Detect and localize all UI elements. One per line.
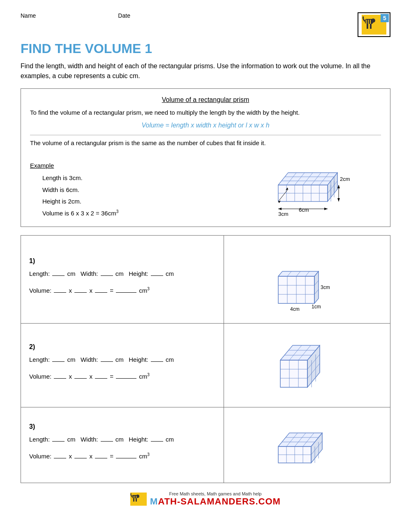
q3-v1 <box>54 458 66 458</box>
q1-width-blank <box>101 275 113 276</box>
q3-height-blank <box>151 441 163 442</box>
footer-manders: M <box>207 496 215 507</box>
q3-length-label: Length: <box>29 436 51 443</box>
svg-text:3cm: 3cm <box>321 285 330 290</box>
example-prism-svg: .cube-front { fill: #f8f8ff; stroke: #5b… <box>274 152 373 218</box>
question-2-left: 2) Length: cm Width: cm Height: cm Volum… <box>21 324 224 407</box>
question-2-right <box>224 324 390 407</box>
svg-rect-5 <box>366 20 367 24</box>
svg-text:3cm: 3cm <box>278 211 289 217</box>
footer-math: M <box>150 496 158 507</box>
svg-text:2cm: 2cm <box>340 176 350 182</box>
q2-v1 <box>54 378 66 379</box>
svg-marker-35 <box>337 185 340 188</box>
footer: Free Math sheets, Math games and Math he… <box>21 491 390 507</box>
q3-result <box>116 458 136 458</box>
svg-rect-7 <box>370 20 371 24</box>
footer-anders: ANDERS.COM <box>215 496 281 507</box>
svg-text:6cm: 6cm <box>299 207 309 213</box>
logo-box: 5 <box>358 12 390 37</box>
q1-width-label: Width: <box>81 270 100 277</box>
example-label: Example <box>30 162 118 169</box>
footer-ath: ATH-SALA <box>158 496 207 507</box>
svg-rect-102 <box>133 498 134 502</box>
svg-marker-40 <box>324 208 328 210</box>
q1-length-blank <box>52 275 65 276</box>
question-3-row: 3) Length: cm Width: cm Height: cm Volum… <box>21 407 390 483</box>
example-prism-container: .cube-front { fill: #f8f8ff; stroke: #5b… <box>274 152 373 219</box>
q3-length-blank <box>52 441 65 442</box>
example-prism: .cube-front { fill: #f8f8ff; stroke: #5b… <box>274 152 373 219</box>
q2-v2 <box>74 378 87 379</box>
q1-number: 1) <box>29 257 215 265</box>
q3-prism-svg <box>274 414 340 475</box>
q1-height-label: Height: <box>129 270 150 277</box>
q2-prism-container <box>274 330 340 401</box>
q3-prism-container <box>274 414 340 476</box>
q1-prism-container: .qcf { fill: #f8f8ff; stroke: #5b7fc7; s… <box>272 242 342 317</box>
q1-v1 <box>54 292 66 293</box>
q2-v3 <box>95 378 107 379</box>
svg-text:4cm: 4cm <box>290 306 300 312</box>
svg-rect-105 <box>133 496 134 498</box>
svg-rect-6 <box>368 20 369 24</box>
example-measurements: Length is 3cm. Width is 6cm. Height is 2… <box>42 172 118 219</box>
footer-logo: Free Math sheets, Math games and Math he… <box>21 491 390 507</box>
question-3-left: 3) Length: cm Width: cm Height: cm Volum… <box>21 407 224 483</box>
q3-volume: Volume: x x = cm3 <box>29 451 215 462</box>
q3-v2 <box>74 458 87 458</box>
svg-point-4 <box>371 19 375 23</box>
q3-volume-label: Volume: <box>29 453 53 460</box>
q2-number: 2) <box>29 343 215 351</box>
q2-volume-label: Volume: <box>29 373 53 380</box>
svg-rect-2 <box>367 24 368 29</box>
q2-width-label: Width: <box>81 356 100 363</box>
q2-length-blank <box>52 361 65 362</box>
date-label: Date <box>118 12 130 19</box>
footer-site: MATH-SALAMANDERS.COM <box>150 496 281 507</box>
q3-measurements: Length: cm Width: cm Height: cm <box>29 434 215 445</box>
example-section: Example Length is 3cm. Width is 6cm. Hei… <box>30 152 381 219</box>
svg-rect-107 <box>136 496 137 498</box>
logo-number: 5 <box>381 14 389 22</box>
q1-volume: Volume: x x = cm3 <box>29 285 215 296</box>
footer-logo-icon <box>130 493 147 506</box>
info-box: Volume of a rectangular prism To find th… <box>21 88 390 227</box>
example-length: Length is 3cm. <box>42 172 118 184</box>
svg-rect-3 <box>370 24 372 29</box>
example-width: Width is 6cm. <box>42 184 118 196</box>
svg-marker-39 <box>278 208 282 210</box>
formula: Volume = length x width x height or l x … <box>30 122 381 129</box>
q2-height-label: Height: <box>129 356 150 363</box>
q2-result <box>116 378 136 379</box>
q2-measurements: Length: cm Width: cm Height: cm <box>29 354 215 365</box>
q2-prism-svg <box>274 330 340 400</box>
footer-small-text: Free Math sheets, Math games and Math he… <box>150 491 281 496</box>
q1-v2 <box>74 292 87 293</box>
q1-prism-svg: .qcf { fill: #f8f8ff; stroke: #5b7fc7; s… <box>272 242 342 316</box>
cubes-note: The volume of a rectangular prism is the… <box>30 135 381 146</box>
q1-v3 <box>95 292 107 293</box>
svg-rect-106 <box>134 496 135 498</box>
footer-text-block: Free Math sheets, Math games and Math he… <box>150 491 281 507</box>
question-1-row: 1) Length: cm Width: cm Height: cm Volum… <box>21 236 390 324</box>
q2-height-blank <box>151 361 163 362</box>
name-label: Name <box>21 12 36 19</box>
question-2-row: 2) Length: cm Width: cm Height: cm Volum… <box>21 324 390 407</box>
name-date-area: Name Date <box>21 12 130 19</box>
svg-rect-100 <box>130 493 147 506</box>
q1-length-label: Length: <box>29 270 51 277</box>
svg-rect-103 <box>136 498 137 502</box>
example-left: Example Length is 3cm. Width is 6cm. Hei… <box>30 162 118 219</box>
questions-table: 1) Length: cm Width: cm Height: cm Volum… <box>21 235 390 483</box>
info-box-text1: To find the volume of a rectangular pris… <box>30 108 381 118</box>
q3-number: 3) <box>29 423 215 430</box>
intro-text: Find the length, width and height of eac… <box>21 61 390 81</box>
svg-marker-36 <box>337 198 340 201</box>
q2-length-label: Length: <box>29 356 51 363</box>
q1-volume-label: Volume: <box>29 287 53 294</box>
q2-volume: Volume: x x = cm3 <box>29 371 215 382</box>
q3-width-label: Width: <box>81 436 100 443</box>
q3-v3 <box>95 458 107 458</box>
svg-marker-47 <box>314 271 319 303</box>
